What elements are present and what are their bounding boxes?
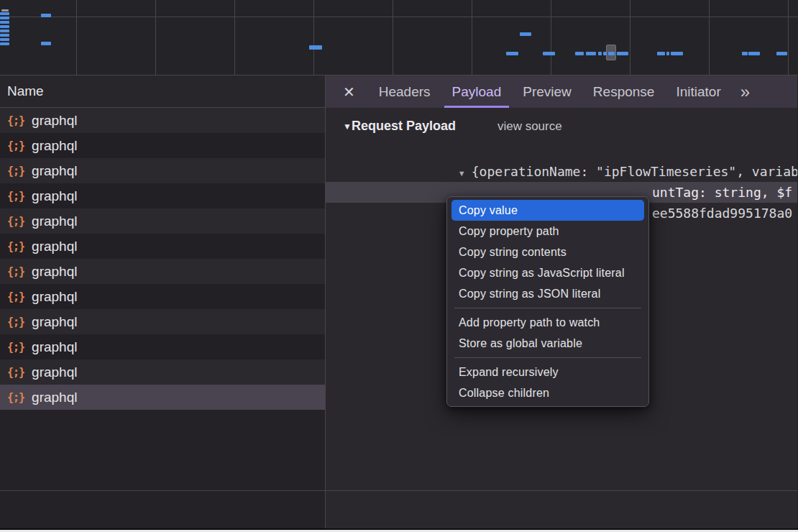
menu-item-add-property-path-to-watch[interactable]: Add property path to watch — [451, 312, 644, 333]
name-column-label: Name — [7, 83, 44, 99]
overview-request-bar — [598, 52, 602, 55]
overview-request-bar — [742, 52, 748, 55]
overview-gridline — [472, 0, 472, 75]
query-fragment-right: untTag: string, $f — [652, 182, 792, 203]
request-name: graphql — [32, 314, 77, 330]
menu-item-expand-recursively[interactable]: Expand recursively — [451, 362, 644, 382]
overview-request-bar — [575, 52, 584, 55]
overview-request-bar — [0, 29, 9, 32]
devtools-window: Name {;}graphql{;}graphql{;}graphql{;}gr… — [0, 0, 798, 532]
overview-request-bar — [666, 52, 669, 55]
overview-divider-line — [0, 17, 798, 17]
request-name: graphql — [32, 264, 77, 280]
tab-response[interactable]: Response — [585, 75, 663, 108]
more-tabs-icon[interactable]: » — [740, 82, 748, 102]
json-braces-icon: {;} — [7, 341, 24, 354]
request-payload-section: ▼Request Payloadview source — [326, 108, 797, 140]
menu-item-collapse-children[interactable]: Collapse children — [451, 382, 644, 403]
overview-gridline — [393, 0, 393, 75]
overview-request-bar — [0, 21, 9, 24]
request-row[interactable]: {;}graphql — [0, 334, 325, 359]
request-name: graphql — [32, 163, 77, 179]
menu-item-copy-value[interactable]: Copy value — [451, 200, 644, 221]
name-column-header[interactable]: Name — [0, 75, 325, 108]
json-braces-icon: {;} — [7, 290, 24, 303]
overview-request-bar — [0, 38, 9, 41]
overview-request-bar — [617, 52, 628, 55]
close-icon[interactable]: ✕ — [340, 83, 358, 101]
overview-request-bar — [543, 52, 555, 55]
overview-request-bar — [608, 52, 615, 55]
tab-headers[interactable]: Headers — [371, 75, 439, 108]
overview-request-bar — [0, 34, 9, 37]
overview-gridline — [551, 0, 551, 75]
overview-request-bar — [506, 52, 518, 55]
request-name: graphql — [32, 214, 77, 229]
request-row[interactable]: {;}graphql — [0, 359, 325, 385]
menu-item-copy-string-as-json-literal[interactable]: Copy string as JSON literal — [451, 283, 644, 304]
details-tabs: HeadersPayloadPreviewResponseInitiator — [368, 75, 732, 108]
overview-request-bar — [309, 45, 322, 50]
overview-request-bar — [520, 32, 531, 36]
request-row[interactable]: {;}graphql — [0, 133, 325, 158]
json-braces-icon: {;} — [7, 165, 24, 178]
tab-initiator[interactable]: Initiator — [668, 75, 728, 108]
menu-item-copy-property-path[interactable]: Copy property path — [451, 221, 644, 242]
context-menu: Copy valueCopy property pathCopy string … — [446, 196, 649, 407]
overview-request-bar — [657, 52, 665, 55]
devtools-network-panel: Name {;}graphql{;}graphql{;}graphql{;}gr… — [0, 0, 798, 530]
tree-row-root[interactable]: ▼{operationName: "ipFlowTimeseries", var… — [326, 140, 797, 161]
section-expander-icon[interactable]: ▼ — [343, 121, 352, 132]
network-overview[interactable] — [0, 0, 798, 75]
details-footer — [326, 490, 797, 528]
overview-request-bar — [776, 52, 787, 55]
request-name: graphql — [32, 188, 77, 204]
overview-request-bar — [0, 12, 9, 15]
request-name: graphql — [32, 339, 77, 355]
request-name: graphql — [32, 390, 77, 405]
variables-fragment-right: ee5588fdad995178a0 — [652, 203, 792, 224]
menu-item-copy-string-as-javascript-literal[interactable]: Copy string as JavaScript literal — [451, 262, 644, 283]
json-braces-icon: {;} — [7, 190, 24, 203]
request-name: graphql — [32, 364, 77, 380]
json-braces-icon: {;} — [7, 114, 24, 127]
tree-row-operation-name[interactable]: operationName: "ipFlowTimeseries" — [326, 161, 797, 182]
overview-gridline — [313, 0, 314, 75]
request-row[interactable]: {;}graphql — [0, 234, 325, 259]
json-braces-icon: {;} — [7, 215, 24, 228]
request-row[interactable]: {;}graphql — [0, 284, 325, 309]
request-row[interactable]: {;}graphql — [0, 183, 325, 208]
overview-request-bar — [0, 42, 9, 45]
request-row[interactable]: {;}graphql — [0, 158, 325, 183]
tab-preview[interactable]: Preview — [515, 75, 579, 108]
request-row[interactable]: {;}graphql — [0, 108, 325, 133]
request-name: graphql — [32, 239, 77, 254]
list-footer — [0, 490, 325, 528]
request-rows: {;}graphql{;}graphql{;}graphql{;}graphql… — [0, 108, 325, 410]
overview-request-bar — [586, 52, 596, 55]
overview-request-bar — [0, 17, 9, 19]
menu-separator — [454, 308, 641, 308]
overview-request-bar — [748, 52, 760, 55]
overview-gridline — [788, 0, 789, 75]
request-name: graphql — [32, 289, 77, 305]
overview-request-bar — [0, 25, 9, 28]
request-row[interactable]: {;}graphql — [0, 385, 325, 410]
view-source-link[interactable]: view source — [497, 119, 562, 134]
tab-payload[interactable]: Payload — [444, 75, 510, 108]
overview-gridline — [234, 0, 235, 75]
section-title: Request Payload — [352, 119, 456, 134]
request-row[interactable]: {;}graphql — [0, 309, 325, 334]
overview-request-bar — [41, 14, 51, 17]
menu-item-copy-string-contents[interactable]: Copy string contents — [451, 242, 644, 262]
overview-gridline — [709, 0, 710, 75]
request-name: graphql — [32, 138, 77, 154]
json-braces-icon: {;} — [7, 139, 24, 152]
menu-separator — [454, 357, 641, 358]
request-row[interactable]: {;}graphql — [0, 259, 325, 284]
overview-request-bar — [603, 52, 607, 55]
menu-item-store-as-global-variable[interactable]: Store as global variable — [451, 333, 644, 354]
request-name: graphql — [32, 113, 77, 129]
request-row[interactable]: {;}graphql — [0, 208, 325, 234]
overview-gridline — [630, 0, 630, 75]
